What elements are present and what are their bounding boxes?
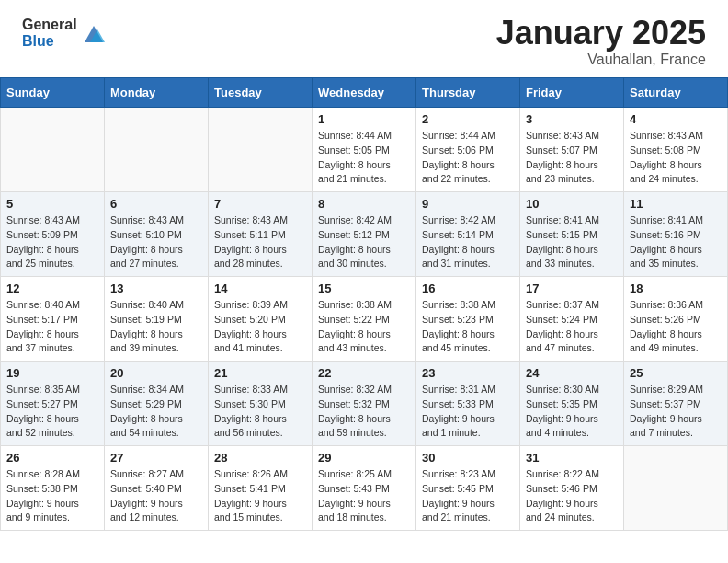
calendar-cell: 26Sunrise: 8:28 AMSunset: 5:38 PMDayligh… <box>1 446 105 531</box>
day-info: Sunrise: 8:40 AMSunset: 5:17 PMDaylight:… <box>6 298 98 356</box>
day-info: Sunrise: 8:43 AMSunset: 5:10 PMDaylight:… <box>110 213 202 271</box>
day-info: Sunrise: 8:42 AMSunset: 5:14 PMDaylight:… <box>422 213 514 271</box>
calendar-week-row: 26Sunrise: 8:28 AMSunset: 5:38 PMDayligh… <box>1 446 728 531</box>
day-number: 7 <box>214 197 306 211</box>
day-number: 12 <box>6 282 98 295</box>
calendar-cell: 28Sunrise: 8:26 AMSunset: 5:41 PMDayligh… <box>209 446 313 531</box>
day-info: Sunrise: 8:34 AMSunset: 5:29 PMDaylight:… <box>110 383 202 441</box>
calendar-cell: 29Sunrise: 8:25 AMSunset: 5:43 PMDayligh… <box>313 446 416 531</box>
day-info: Sunrise: 8:31 AMSunset: 5:33 PMDaylight:… <box>422 383 514 441</box>
day-info: Sunrise: 8:44 AMSunset: 5:06 PMDaylight:… <box>422 129 514 187</box>
day-number: 2 <box>422 112 514 126</box>
day-number: 5 <box>6 197 98 211</box>
calendar-cell: 9Sunrise: 8:42 AMSunset: 5:14 PMDaylight… <box>416 192 520 277</box>
calendar-cell: 25Sunrise: 8:29 AMSunset: 5:37 PMDayligh… <box>624 362 728 446</box>
day-number: 4 <box>630 112 722 126</box>
day-number: 29 <box>318 451 410 465</box>
logo-general-text: General <box>22 17 77 33</box>
day-number: 15 <box>318 282 410 295</box>
day-info: Sunrise: 8:38 AMSunset: 5:23 PMDaylight:… <box>422 298 514 356</box>
day-info: Sunrise: 8:30 AMSunset: 5:35 PMDaylight:… <box>526 383 618 441</box>
calendar-cell: 11Sunrise: 8:41 AMSunset: 5:16 PMDayligh… <box>624 192 728 277</box>
day-info: Sunrise: 8:38 AMSunset: 5:22 PMDaylight:… <box>318 298 410 356</box>
calendar-header-row: SundayMondayTuesdayWednesdayThursdayFrid… <box>1 78 728 108</box>
calendar-cell: 2Sunrise: 8:44 AMSunset: 5:06 PMDaylight… <box>416 108 520 192</box>
day-info: Sunrise: 8:44 AMSunset: 5:05 PMDaylight:… <box>318 129 410 187</box>
calendar-cell: 17Sunrise: 8:37 AMSunset: 5:24 PMDayligh… <box>520 277 624 362</box>
day-info: Sunrise: 8:43 AMSunset: 5:07 PMDaylight:… <box>526 129 618 187</box>
day-number: 26 <box>6 451 98 465</box>
weekday-header: Monday <box>105 78 209 108</box>
calendar-cell <box>105 108 209 192</box>
calendar-cell: 19Sunrise: 8:35 AMSunset: 5:27 PMDayligh… <box>1 362 105 446</box>
day-info: Sunrise: 8:41 AMSunset: 5:16 PMDaylight:… <box>630 213 722 271</box>
day-info: Sunrise: 8:42 AMSunset: 5:12 PMDaylight:… <box>318 213 410 271</box>
calendar-cell <box>1 108 105 192</box>
calendar-cell: 21Sunrise: 8:33 AMSunset: 5:30 PMDayligh… <box>209 362 313 446</box>
calendar-cell: 15Sunrise: 8:38 AMSunset: 5:22 PMDayligh… <box>313 277 416 362</box>
day-info: Sunrise: 8:25 AMSunset: 5:43 PMDaylight:… <box>318 467 410 525</box>
page-header: General Blue January 2025 Vauhallan, Fra… <box>0 0 728 77</box>
day-info: Sunrise: 8:35 AMSunset: 5:27 PMDaylight:… <box>6 383 98 441</box>
day-info: Sunrise: 8:29 AMSunset: 5:37 PMDaylight:… <box>630 383 722 441</box>
calendar-cell: 23Sunrise: 8:31 AMSunset: 5:33 PMDayligh… <box>416 362 520 446</box>
calendar-cell: 22Sunrise: 8:32 AMSunset: 5:32 PMDayligh… <box>313 362 416 446</box>
day-number: 21 <box>214 366 306 380</box>
weekday-header: Saturday <box>624 78 728 108</box>
day-number: 13 <box>110 282 202 295</box>
calendar-cell: 20Sunrise: 8:34 AMSunset: 5:29 PMDayligh… <box>105 362 209 446</box>
weekday-header: Sunday <box>1 78 105 108</box>
day-number: 19 <box>6 366 98 380</box>
calendar-cell: 13Sunrise: 8:40 AMSunset: 5:19 PMDayligh… <box>105 277 209 362</box>
calendar-cell <box>624 446 728 531</box>
calendar-cell: 27Sunrise: 8:27 AMSunset: 5:40 PMDayligh… <box>105 446 209 531</box>
day-number: 3 <box>526 112 618 126</box>
calendar-cell: 5Sunrise: 8:43 AMSunset: 5:09 PMDaylight… <box>1 192 105 277</box>
day-number: 27 <box>110 451 202 465</box>
weekday-header: Friday <box>520 78 624 108</box>
calendar-cell: 1Sunrise: 8:44 AMSunset: 5:05 PMDaylight… <box>313 108 416 192</box>
day-number: 22 <box>318 366 410 380</box>
day-number: 30 <box>422 451 514 465</box>
calendar-week-row: 12Sunrise: 8:40 AMSunset: 5:17 PMDayligh… <box>1 277 728 362</box>
day-info: Sunrise: 8:41 AMSunset: 5:15 PMDaylight:… <box>526 213 618 271</box>
day-number: 20 <box>110 366 202 380</box>
day-number: 31 <box>526 451 618 465</box>
day-number: 8 <box>318 197 410 211</box>
weekday-header: Thursday <box>416 78 520 108</box>
weekday-header: Wednesday <box>313 78 416 108</box>
calendar-week-row: 1Sunrise: 8:44 AMSunset: 5:05 PMDaylight… <box>1 108 728 192</box>
logo: General Blue <box>22 17 107 49</box>
month-title: January 2025 Vauhallan, France <box>496 17 706 68</box>
calendar-week-row: 19Sunrise: 8:35 AMSunset: 5:27 PMDayligh… <box>1 362 728 446</box>
weekday-header: Tuesday <box>209 78 313 108</box>
day-info: Sunrise: 8:43 AMSunset: 5:11 PMDaylight:… <box>214 213 306 271</box>
logo-icon <box>81 20 107 46</box>
day-number: 1 <box>318 112 410 126</box>
calendar-cell: 30Sunrise: 8:23 AMSunset: 5:45 PMDayligh… <box>416 446 520 531</box>
day-info: Sunrise: 8:26 AMSunset: 5:41 PMDaylight:… <box>214 467 306 525</box>
day-number: 6 <box>110 197 202 211</box>
calendar-cell: 4Sunrise: 8:43 AMSunset: 5:08 PMDaylight… <box>624 108 728 192</box>
calendar-table: SundayMondayTuesdayWednesdayThursdayFrid… <box>0 77 728 531</box>
day-number: 28 <box>214 451 306 465</box>
day-info: Sunrise: 8:40 AMSunset: 5:19 PMDaylight:… <box>110 298 202 356</box>
day-number: 18 <box>630 282 722 295</box>
day-number: 16 <box>422 282 514 295</box>
day-info: Sunrise: 8:23 AMSunset: 5:45 PMDaylight:… <box>422 467 514 525</box>
location: Vauhallan, France <box>496 52 706 68</box>
calendar-cell: 7Sunrise: 8:43 AMSunset: 5:11 PMDaylight… <box>209 192 313 277</box>
day-number: 11 <box>630 197 722 211</box>
day-number: 14 <box>214 282 306 295</box>
calendar-cell: 14Sunrise: 8:39 AMSunset: 5:20 PMDayligh… <box>209 277 313 362</box>
day-number: 24 <box>526 366 618 380</box>
day-number: 23 <box>422 366 514 380</box>
day-info: Sunrise: 8:28 AMSunset: 5:38 PMDaylight:… <box>6 467 98 525</box>
day-info: Sunrise: 8:43 AMSunset: 5:09 PMDaylight:… <box>6 213 98 271</box>
day-info: Sunrise: 8:33 AMSunset: 5:30 PMDaylight:… <box>214 383 306 441</box>
day-number: 9 <box>422 197 514 211</box>
calendar-cell: 24Sunrise: 8:30 AMSunset: 5:35 PMDayligh… <box>520 362 624 446</box>
calendar-cell: 12Sunrise: 8:40 AMSunset: 5:17 PMDayligh… <box>1 277 105 362</box>
day-info: Sunrise: 8:36 AMSunset: 5:26 PMDaylight:… <box>630 298 722 356</box>
day-info: Sunrise: 8:37 AMSunset: 5:24 PMDaylight:… <box>526 298 618 356</box>
